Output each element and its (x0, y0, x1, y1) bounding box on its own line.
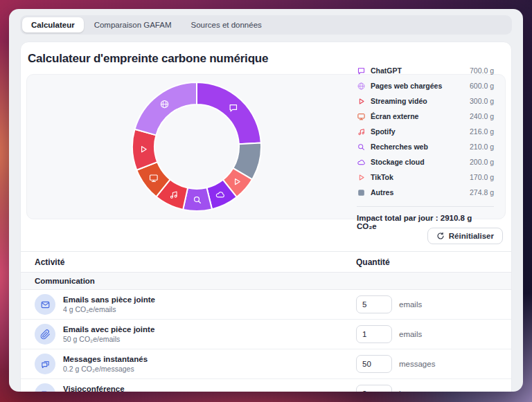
monitor-icon (357, 112, 366, 121)
reset-button-label: Réinitialiser (449, 232, 494, 240)
activity-icon-circle (35, 294, 55, 315)
column-activite: Activité (35, 257, 356, 267)
legend-value: 600.0 g (470, 82, 494, 90)
activity-subtitle: 4 g CO₂e/emails (63, 305, 155, 313)
mail-icon (40, 300, 51, 310)
music-icon (357, 127, 366, 136)
legend-item-autres[interactable]: Autres274.8 g (357, 185, 494, 200)
activity-table: Activité Quantité CommunicationEmails sa… (21, 251, 511, 392)
quantity-unit: emails (399, 300, 422, 309)
table-row: Visioconférence50 g CO₂e/heuresheures (21, 379, 511, 392)
impact-total: Impact total par jour : 2910.8 g CO₂e (357, 206, 494, 230)
legend-value: 274.8 g (470, 188, 494, 197)
column-quantite: Quantité (356, 257, 497, 267)
app-window: Calculateur Comparaison GAFAM Sources et… (9, 9, 523, 392)
quantity-unit: emails (399, 330, 422, 338)
legend-label: ChatGPT (371, 66, 470, 75)
reset-icon (436, 232, 445, 240)
legend-label: Spotify (371, 127, 470, 136)
quantity-unit: messages (399, 360, 435, 368)
square-icon (357, 188, 366, 197)
legend-value: 170.0 g (470, 173, 494, 181)
section-header: Communication (21, 272, 511, 290)
activity-subtitle: 50 g CO₂e/emails (63, 335, 154, 343)
legend-value: 216.0 g (470, 127, 494, 136)
legend-item-tiktok[interactable]: TikTok170.0 g (357, 170, 494, 185)
toolbar: Réinitialiser (29, 228, 503, 244)
legend-value: 210.0 g (470, 143, 494, 151)
play-icon (357, 173, 366, 182)
legend-item-pages-web[interactable]: Pages web chargées600.0 g (357, 78, 494, 93)
globe-icon (357, 82, 366, 91)
donut-segment-pages-web (135, 82, 197, 135)
search-icon (357, 143, 366, 152)
legend-value: 200.0 g (470, 158, 494, 166)
tab-comparaison-gafam[interactable]: Comparaison GAFAM (85, 17, 181, 33)
quantity-input[interactable] (356, 385, 392, 392)
quantity-input[interactable] (356, 325, 392, 343)
chat-icon (357, 66, 366, 75)
quantity-input[interactable] (356, 295, 392, 313)
video-icon (40, 389, 51, 392)
legend-item-ecran-externe[interactable]: Écran externe240.0 g (357, 109, 494, 124)
donut-chart (131, 81, 263, 212)
activity-title: Messages instantanés (63, 355, 148, 363)
reset-button[interactable]: Réinitialiser (427, 228, 503, 244)
tab-calculateur[interactable]: Calculateur (22, 17, 84, 33)
legend-item-streaming[interactable]: Streaming vidéo300.0 g (357, 93, 494, 109)
play-icon (357, 97, 366, 106)
legend-value: 300.0 g (470, 97, 494, 105)
legend-label: Stockage cloud (371, 158, 470, 166)
legend-label: Pages web chargées (371, 82, 470, 90)
legend-label: Écran externe (371, 112, 470, 120)
chart-panel: ChatGPT700.0 gPages web chargées600.0 gS… (26, 74, 506, 219)
table-header: Activité Quantité (21, 252, 511, 272)
table-row: Emails avec pièce jointe50 g CO₂e/emails… (21, 320, 511, 349)
table-row: Messages instantanés0.2 g CO₂e/messagesm… (21, 349, 511, 379)
chart-legend: ChatGPT700.0 gPages web chargées600.0 gS… (357, 63, 494, 230)
donut-segment-chatgpt (197, 82, 261, 144)
paperclip-icon (40, 329, 51, 340)
activity-icon-circle (35, 324, 55, 345)
legend-item-stockage[interactable]: Stockage cloud200.0 g (357, 154, 494, 170)
activity-title: Emails sans pièce jointe (63, 295, 155, 304)
activity-icon-circle (35, 354, 55, 374)
table-row: Emails sans pièce jointe4 g CO₂e/emailse… (21, 290, 511, 320)
legend-item-recherches[interactable]: Recherches web210.0 g (357, 139, 494, 154)
legend-item-chatgpt[interactable]: ChatGPT700.0 g (357, 63, 494, 78)
activity-icon-circle (35, 383, 55, 392)
activity-subtitle: 0.2 g CO₂e/messages (63, 365, 148, 373)
legend-label: Autres (371, 188, 470, 197)
donut-wrap (131, 81, 263, 212)
legend-label: TikTok (371, 173, 470, 181)
tab-bar: Calculateur Comparaison GAFAM Sources et… (20, 15, 512, 35)
activity-title: Emails avec pièce jointe (63, 325, 154, 334)
donut-segment-streaming (132, 129, 157, 170)
tab-sources-donnees[interactable]: Sources et données (182, 17, 271, 33)
activity-title: Visioconférence (63, 385, 125, 392)
legend-label: Recherches web (371, 143, 470, 151)
quantity-input[interactable] (356, 355, 392, 373)
legend-label: Streaming vidéo (371, 97, 470, 105)
messages-icon (40, 359, 51, 369)
cloud-icon (357, 158, 366, 167)
quantity-unit: heures (399, 390, 423, 392)
activity-table-body: CommunicationEmails sans pièce jointe4 g… (21, 272, 511, 392)
legend-value: 240.0 g (470, 112, 494, 120)
legend-value: 700.0 g (470, 66, 494, 75)
calculator-card: Calculateur d'empreinte carbone numériqu… (20, 42, 512, 392)
legend-item-spotify[interactable]: Spotify216.0 g (357, 124, 494, 139)
